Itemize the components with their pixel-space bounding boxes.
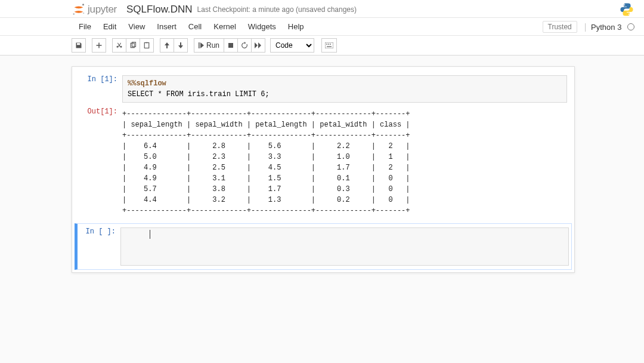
interrupt-button[interactable] [224,38,238,53]
kernel-name[interactable]: Python 3 [591,23,621,32]
svg-rect-9 [199,42,200,48]
menu-help[interactable]: Help [282,19,310,35]
svg-point-0 [82,4,84,5]
jupyter-icon [72,2,86,17]
svg-point-1 [73,13,75,14]
keyboard-icon [325,42,333,48]
run-icon [199,42,204,48]
copy-button[interactable] [126,38,140,53]
run-label: Run [206,41,219,50]
celltype-select[interactable]: Code [270,38,314,53]
kernel-separator: | [584,22,587,32]
svg-rect-12 [326,44,327,45]
toolbar: Run Code [0,36,644,56]
menu-widgets[interactable]: Widgets [242,19,282,35]
insert-cell-button[interactable] [92,38,106,53]
restart-button[interactable] [237,38,252,53]
svg-point-2 [83,13,84,14]
arrow-down-icon [178,42,184,49]
restart-icon [241,42,248,49]
svg-point-4 [628,13,630,14]
jupyter-logo[interactable]: jupyter [72,2,117,17]
checkpoint-status: Last Checkpoint: a minute ago (unsaved c… [197,5,357,14]
notebook-name[interactable]: SQLFlow.DNN [126,4,193,16]
svg-rect-7 [144,43,149,48]
menu-file[interactable]: File [73,19,97,35]
copy-icon [129,42,137,49]
notebook-header: jupyter SQLFlow.DNN Last Checkpoint: a m… [0,0,644,18]
save-button[interactable] [72,38,86,53]
svg-rect-11 [325,42,333,48]
out-prompt-1: Out[1]: [79,107,122,217]
notebook-container: In [1]: %%sqlflow SELECT * FROM iris.tra… [72,66,575,273]
svg-rect-15 [327,46,332,47]
svg-rect-14 [330,44,331,45]
command-palette-button[interactable] [321,38,337,53]
restart-run-button[interactable] [251,38,265,53]
svg-rect-8 [146,42,148,44]
code-input-empty[interactable] [120,227,569,266]
svg-rect-10 [228,43,233,48]
menubar: File Edit View Insert Cell Kernel Widget… [0,18,644,36]
run-button[interactable]: Run [194,38,224,53]
svg-rect-13 [328,44,329,45]
menu-edit[interactable]: Edit [97,19,122,35]
menu-cell[interactable]: Cell [182,19,208,35]
fast-forward-icon [255,42,262,48]
move-down-button[interactable] [174,38,188,53]
move-up-button[interactable] [160,38,174,53]
stop-icon [228,42,234,48]
plus-icon [95,42,103,49]
code-cell-1[interactable]: In [1]: %%sqlflow SELECT * FROM iris.tra… [77,72,569,106]
cut-button[interactable] [112,38,126,53]
jupyter-logo-text: jupyter [88,4,117,16]
in-prompt-empty: In [ ]: [78,227,120,266]
save-icon [75,42,82,49]
trusted-indicator[interactable]: Trusted [543,21,577,33]
in-prompt-1: In [1]: [79,75,122,103]
menu-kernel[interactable]: Kernel [208,19,242,35]
kernel-status-icon[interactable] [627,23,634,30]
svg-point-3 [624,4,625,5]
menu-view[interactable]: View [122,19,151,35]
paste-icon [143,42,150,49]
code-input-1[interactable]: %%sqlflow SELECT * FROM iris.train LIMIT… [122,75,567,103]
arrow-up-icon [164,42,170,49]
menu-insert[interactable]: Insert [151,19,182,35]
code-cell-2[interactable]: In [ ]: [75,223,572,270]
output-cell-1: Out[1]: +--------------+-------------+--… [77,106,569,221]
output-text-1: +--------------+-------------+----------… [122,107,567,217]
text-cursor [150,230,150,239]
cut-icon [116,42,123,49]
python-icon [619,2,634,17]
paste-button[interactable] [140,38,154,53]
